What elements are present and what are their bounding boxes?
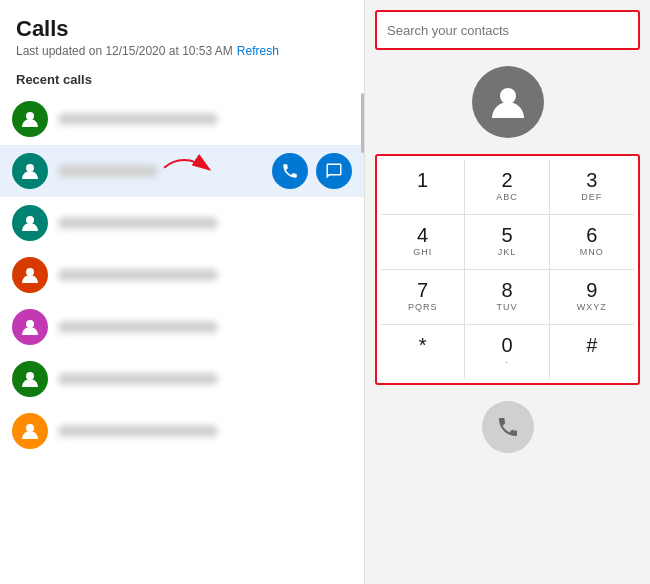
key-number: 5 <box>501 225 512 245</box>
svg-point-7 <box>26 424 34 432</box>
contacts-list-wrapper <box>0 93 364 584</box>
recent-calls-label: Recent calls <box>0 62 364 93</box>
dial-key-3[interactable]: 3DEF <box>550 160 634 215</box>
key-number: * <box>419 335 427 355</box>
scrollbar[interactable] <box>361 93 364 153</box>
key-number: 7 <box>417 280 428 300</box>
avatar <box>12 361 48 397</box>
dial-key-1[interactable]: 1 <box>381 160 465 215</box>
phone-icon <box>496 415 520 439</box>
contact-name <box>58 425 218 437</box>
dial-key-7[interactable]: 7PQRS <box>381 270 465 325</box>
key-number: 3 <box>586 170 597 190</box>
contact-name <box>58 165 158 177</box>
page-title: Calls <box>16 16 348 42</box>
contact-name <box>58 321 218 333</box>
svg-point-0 <box>26 112 34 120</box>
search-box[interactable] <box>375 10 640 50</box>
svg-point-1 <box>26 164 34 172</box>
dial-key-0[interactable]: 0· <box>465 325 549 379</box>
key-letters: GHI <box>413 247 432 259</box>
search-input[interactable] <box>387 23 628 38</box>
svg-point-5 <box>26 320 34 328</box>
dialpad: 12ABC3DEF4GHI5JKL6MNO7PQRS8TUV9WXYZ*0·# <box>375 154 640 385</box>
key-number: 9 <box>586 280 597 300</box>
list-item[interactable] <box>0 145 364 197</box>
key-letters: MNO <box>580 247 604 259</box>
contact-name <box>58 269 218 281</box>
key-number: 8 <box>501 280 512 300</box>
contact-avatar-large <box>472 66 544 138</box>
contact-name <box>58 113 218 125</box>
avatar <box>12 205 48 241</box>
dial-key-2[interactable]: 2ABC <box>465 160 549 215</box>
key-letters: DEF <box>581 192 602 204</box>
dial-key-*[interactable]: * <box>381 325 465 379</box>
list-item[interactable] <box>0 301 364 353</box>
key-letters: PQRS <box>408 302 438 314</box>
contact-name <box>58 217 218 229</box>
key-letters: ABC <box>496 192 518 204</box>
avatar <box>12 153 48 189</box>
calls-header: Calls Last updated on 12/15/2020 at 10:5… <box>0 0 364 62</box>
svg-point-3 <box>26 216 34 224</box>
key-letters: TUV <box>496 302 517 314</box>
person-icon <box>488 82 528 122</box>
message-button[interactable] <box>316 153 352 189</box>
list-item[interactable] <box>0 405 364 457</box>
right-panel: 12ABC3DEF4GHI5JKL6MNO7PQRS8TUV9WXYZ*0·# <box>365 0 650 584</box>
call-button[interactable] <box>272 153 308 189</box>
svg-point-4 <box>26 268 34 276</box>
key-number: 4 <box>417 225 428 245</box>
dial-key-#[interactable]: # <box>550 325 634 379</box>
list-item[interactable] <box>0 249 364 301</box>
dial-key-8[interactable]: 8TUV <box>465 270 549 325</box>
calls-subtitle: Last updated on 12/15/2020 at 10:53 AM R… <box>16 44 348 58</box>
dialpad-grid: 12ABC3DEF4GHI5JKL6MNO7PQRS8TUV9WXYZ*0·# <box>381 160 634 379</box>
svg-point-6 <box>26 372 34 380</box>
dial-key-5[interactable]: 5JKL <box>465 215 549 270</box>
list-item[interactable] <box>0 93 364 145</box>
key-number: 1 <box>417 170 428 190</box>
key-letters: WXYZ <box>577 302 607 314</box>
avatar <box>12 101 48 137</box>
left-panel: Calls Last updated on 12/15/2020 at 10:5… <box>0 0 365 584</box>
list-item[interactable] <box>0 197 364 249</box>
avatar <box>12 257 48 293</box>
contact-actions <box>272 153 352 189</box>
key-number: 6 <box>586 225 597 245</box>
contacts-list <box>0 93 364 457</box>
dial-key-4[interactable]: 4GHI <box>381 215 465 270</box>
key-letters: JKL <box>498 247 517 259</box>
key-letters: · <box>505 357 509 369</box>
avatar <box>12 413 48 449</box>
key-number: 0 <box>501 335 512 355</box>
dial-key-9[interactable]: 9WXYZ <box>550 270 634 325</box>
key-number: 2 <box>501 170 512 190</box>
call-button-bottom[interactable] <box>482 401 534 453</box>
svg-point-8 <box>500 88 516 104</box>
list-item[interactable] <box>0 353 364 405</box>
last-updated-text: Last updated on 12/15/2020 at 10:53 AM <box>16 44 233 58</box>
refresh-link[interactable]: Refresh <box>237 44 279 58</box>
key-number: # <box>586 335 597 355</box>
contact-name <box>58 373 218 385</box>
dial-key-6[interactable]: 6MNO <box>550 215 634 270</box>
avatar <box>12 309 48 345</box>
